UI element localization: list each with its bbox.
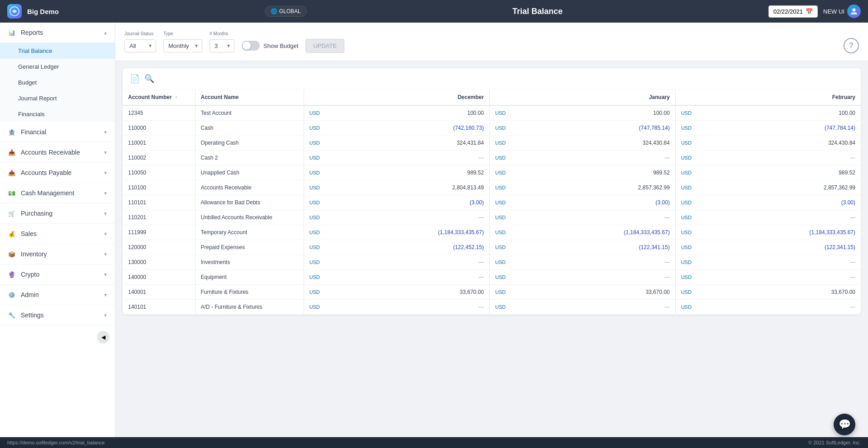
col-january[interactable]: January <box>490 90 676 105</box>
cell-dec-val: 989.52 <box>355 165 490 180</box>
help-button[interactable]: ? <box>844 38 859 53</box>
cell-account-name: Cash 2 <box>195 151 304 165</box>
update-button[interactable]: UPDATE <box>305 39 344 53</box>
cell-dec-val: — <box>355 151 490 165</box>
new-ui-button[interactable]: NEW UI <box>823 5 861 18</box>
chevron-down-icon-4: ▼ <box>103 191 108 196</box>
cell-jan-val: (122,341.15) <box>541 240 676 255</box>
header-right: 02/22/2021 📅 NEW UI <box>768 5 861 18</box>
bottom-bar: https://demo.softledger.com/v2/trial_bal… <box>0 437 868 448</box>
chat-button[interactable]: 💬 <box>834 414 855 435</box>
cell-feb-usd: USD <box>675 195 726 210</box>
sidebar-item-accounts-payable[interactable]: 📤 Accounts Payable ▼ <box>0 163 115 183</box>
sidebar-purchasing-label: Purchasing <box>21 210 52 217</box>
cell-account-num: 110101 <box>123 195 195 210</box>
sidebar-collapse-button[interactable]: ◀ <box>97 331 110 344</box>
cell-jan-val: (747,785.14) <box>541 121 676 136</box>
sidebar-item-inventory[interactable]: 📦 Inventory ▼ <box>0 244 115 264</box>
months-label: # Months <box>210 31 228 36</box>
cell-account-name: Accounts Receivable <box>195 180 304 195</box>
chevron-down-icon-2: ▼ <box>103 150 108 155</box>
chevron-down-icon-9: ▼ <box>103 292 108 297</box>
table-container: 📄 🔍 Account Number ↑ Account Name <box>115 61 868 437</box>
cell-feb-usd: USD <box>675 210 726 225</box>
col-account-number[interactable]: Account Number ↑ <box>123 90 195 105</box>
sidebar-financial-label: Financial <box>21 128 46 136</box>
search-icon[interactable]: 🔍 <box>144 74 154 84</box>
sidebar: 📊 Reports ▲ Trial Balance General Ledger… <box>0 23 115 437</box>
sidebar-item-general-ledger[interactable]: General Ledger <box>0 59 115 75</box>
cell-jan-val: 2,857,362.99 <box>541 180 676 195</box>
cell-account-num: 110001 <box>123 136 195 151</box>
cell-account-name: Equipment <box>195 270 304 285</box>
sidebar-item-financial[interactable]: 🏦 Financial ▼ <box>0 122 115 142</box>
months-select[interactable]: 3 <box>210 39 234 52</box>
sidebar-item-sales[interactable]: 💰 Sales ▼ <box>0 224 115 244</box>
table-row: 12345 Test Account USD 100.00 USD 100.00… <box>123 105 861 121</box>
sidebar-item-admin[interactable]: ⚙️ Admin ▼ <box>0 285 115 305</box>
inventory-icon: 📦 <box>7 250 16 259</box>
cell-dec-usd: USD <box>304 151 355 165</box>
col-february[interactable]: February <box>675 90 861 105</box>
cell-feb-val: 33,670.00 <box>726 285 861 300</box>
sidebar-item-trial-balance[interactable]: Trial Balance <box>0 43 115 59</box>
cell-feb-usd: USD <box>675 165 726 180</box>
cell-feb-usd: USD <box>675 300 726 315</box>
sidebar-item-reports[interactable]: 📊 Reports ▲ <box>0 23 115 43</box>
cell-feb-val: — <box>726 300 861 315</box>
col-december[interactable]: December <box>304 90 490 105</box>
sidebar-item-crypto[interactable]: 🔮 Crypto ▼ <box>0 264 115 285</box>
date-picker[interactable]: 02/22/2021 📅 <box>768 5 818 18</box>
date-value: 02/22/2021 <box>773 8 803 15</box>
show-budget-toggle[interactable] <box>242 41 260 51</box>
cell-jan-usd: USD <box>490 165 541 180</box>
col-account-name[interactable]: Account Name <box>195 90 304 105</box>
cell-dec-val: 100.00 <box>355 105 490 121</box>
cell-feb-usd: USD <box>675 121 726 136</box>
cell-feb-val: 324,430.84 <box>726 136 861 151</box>
sidebar-item-cash-management[interactable]: 💵 Cash Management ▼ <box>0 183 115 203</box>
ar-icon: 📥 <box>7 148 16 157</box>
cell-feb-usd: USD <box>675 255 726 270</box>
sidebar-item-accounts-receivable[interactable]: 📥 Accounts Receivable ▼ <box>0 142 115 163</box>
cell-jan-usd: USD <box>490 255 541 270</box>
globe-icon: 🌐 <box>271 8 277 14</box>
cell-feb-usd: USD <box>675 151 726 165</box>
content-area: Journal Status All ▼ Type Monthly ▼ # Mo… <box>115 23 868 437</box>
cell-jan-usd: USD <box>490 285 541 300</box>
cell-account-num: 140000 <box>123 270 195 285</box>
sidebar-item-settings[interactable]: 🔧 Settings ▼ <box>0 305 115 325</box>
cell-feb-val: 2,857,362.99 <box>726 180 861 195</box>
sidebar-ap-label: Accounts Payable <box>21 169 72 176</box>
cell-account-name: Allowance for Bad Debts <box>195 195 304 210</box>
cell-dec-val: 2,804,813.49 <box>355 180 490 195</box>
cell-feb-usd: USD <box>675 240 726 255</box>
document-icon[interactable]: 📄 <box>130 74 140 84</box>
cell-feb-usd: USD <box>675 285 726 300</box>
cell-dec-val: 33,670.00 <box>355 285 490 300</box>
cell-dec-usd: USD <box>304 195 355 210</box>
journal-status-wrapper: Journal Status All ▼ <box>124 39 156 52</box>
sidebar-item-purchasing[interactable]: 🛒 Purchasing ▼ <box>0 203 115 224</box>
cell-jan-val: — <box>541 270 676 285</box>
cell-jan-usd: USD <box>490 121 541 136</box>
table-row: 110000 Cash USD (742,160.73) USD (747,78… <box>123 121 861 136</box>
chevron-down-icon-8: ▼ <box>103 272 108 277</box>
cell-dec-usd: USD <box>304 105 355 121</box>
cell-jan-usd: USD <box>490 180 541 195</box>
company-name: Big Demo <box>27 8 59 15</box>
cell-feb-usd: USD <box>675 225 726 240</box>
cell-account-num: 111999 <box>123 225 195 240</box>
cell-account-name: Test Account <box>195 105 304 121</box>
admin-icon: ⚙️ <box>7 290 16 299</box>
cell-feb-val: — <box>726 270 861 285</box>
sidebar-item-journal-report[interactable]: Journal Report <box>0 90 115 106</box>
cell-dec-usd: USD <box>304 180 355 195</box>
cell-jan-val: — <box>541 255 676 270</box>
sidebar-item-financials[interactable]: Financials <box>0 106 115 122</box>
type-select[interactable]: Monthly <box>163 39 202 52</box>
cell-feb-usd: USD <box>675 105 726 121</box>
sidebar-item-budget[interactable]: Budget <box>0 75 115 90</box>
journal-status-select[interactable]: All <box>124 39 156 52</box>
global-button[interactable]: 🌐 GLOBAL <box>265 6 307 17</box>
